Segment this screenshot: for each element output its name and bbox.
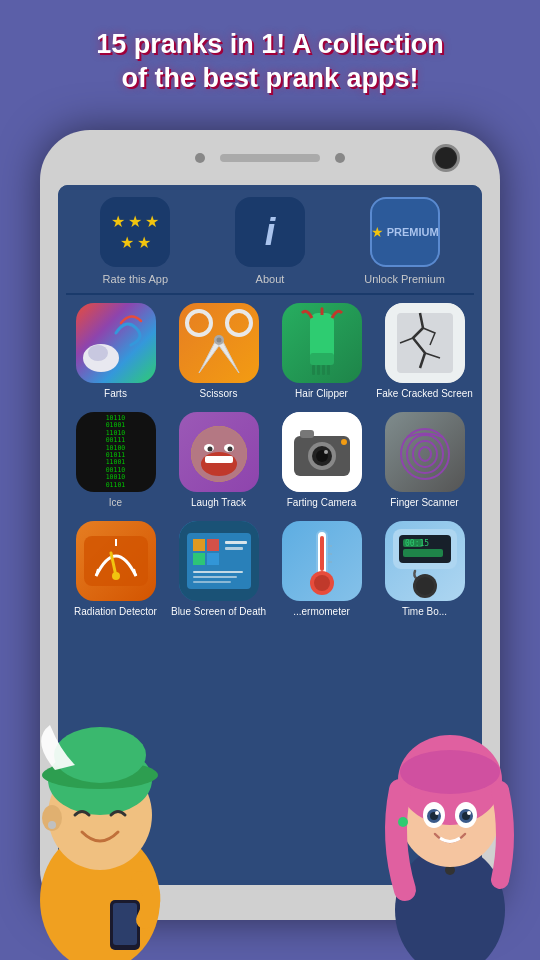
app-fake-crack[interactable]: Fake Cracked Screen xyxy=(375,299,474,404)
svg-text:00:15: 00:15 xyxy=(405,539,429,548)
svg-rect-28 xyxy=(300,430,314,438)
girl-character-svg xyxy=(360,660,540,960)
app-laugh-track[interactable]: Laugh Track xyxy=(169,408,268,513)
app-finger-scanner[interactable]: Finger Scanner xyxy=(375,408,474,513)
svg-rect-16 xyxy=(397,313,453,373)
unlock-premium-icon: ★ PREMIUM xyxy=(370,197,440,267)
fake-crack-icon xyxy=(385,303,465,383)
svg-point-97 xyxy=(398,817,408,827)
svg-rect-13 xyxy=(322,365,325,375)
scissors-icon xyxy=(179,303,259,383)
svg-point-6 xyxy=(187,311,211,335)
app-farting-camera[interactable]: Farting Camera xyxy=(272,408,371,513)
svg-point-61 xyxy=(314,575,330,591)
thermometer-label: ...ermometer xyxy=(293,606,350,618)
svg-rect-52 xyxy=(225,541,247,544)
laugh-track-label: Laugh Track xyxy=(191,497,246,509)
bsod-icon xyxy=(179,521,259,601)
fake-crack-label: Fake Cracked Screen xyxy=(376,388,473,400)
svg-rect-12 xyxy=(317,365,320,375)
svg-rect-53 xyxy=(225,547,243,550)
svg-point-32 xyxy=(324,450,328,454)
farts-label: Farts xyxy=(104,388,127,400)
svg-rect-49 xyxy=(207,539,219,551)
phone-camera xyxy=(432,144,460,172)
svg-point-88 xyxy=(400,750,500,794)
app-thermometer[interactable]: ...ermometer xyxy=(272,517,371,622)
utility-row: ★ ★ ★ ★ ★ Rate this App i About xyxy=(58,185,482,293)
app-hair-clipper[interactable]: Hair Clipper xyxy=(272,299,371,404)
svg-rect-69 xyxy=(403,549,443,557)
app-timebomb[interactable]: 00:15 Time Bo... xyxy=(375,517,474,622)
svg-rect-50 xyxy=(193,553,205,565)
app-bsod[interactable]: Blue Screen of Death xyxy=(169,517,268,622)
about-button[interactable]: i About xyxy=(225,197,315,285)
rate-app-button[interactable]: ★ ★ ★ ★ ★ Rate this App xyxy=(90,197,180,285)
unlock-premium-label: Unlock Premium xyxy=(364,273,445,285)
svg-point-5 xyxy=(216,338,221,343)
character-right xyxy=(360,660,540,960)
phone-speaker xyxy=(220,154,320,162)
hair-clipper-icon xyxy=(282,303,362,383)
farts-icon xyxy=(76,303,156,383)
matrix-label: Ice xyxy=(109,497,122,509)
svg-point-42 xyxy=(112,572,120,580)
character-left xyxy=(0,640,200,960)
finger-scanner-label: Finger Scanner xyxy=(390,497,458,509)
svg-point-25 xyxy=(227,447,232,452)
svg-rect-14 xyxy=(327,365,330,375)
app-radiation[interactable]: Radiation Detector xyxy=(66,517,165,622)
scissors-label: Scissors xyxy=(200,388,238,400)
svg-point-20 xyxy=(201,452,237,476)
svg-point-36 xyxy=(413,441,437,467)
finger-scanner-icon xyxy=(385,412,465,492)
svg-rect-55 xyxy=(193,576,237,578)
svg-point-24 xyxy=(207,447,212,452)
svg-point-33 xyxy=(341,439,347,445)
thermometer-icon xyxy=(282,521,362,601)
header-section: 15 pranks in 1! A collection of the best… xyxy=(0,0,540,96)
hair-clipper-label: Hair Clipper xyxy=(295,388,348,400)
app-scissors[interactable]: Scissors xyxy=(169,299,268,404)
app-matrix[interactable]: 1011001001110100011110100010111100100110… xyxy=(66,408,165,513)
laugh-track-icon xyxy=(179,412,259,492)
radiation-icon xyxy=(76,521,156,601)
svg-rect-0 xyxy=(76,303,156,383)
rate-app-label: Rate this App xyxy=(103,273,168,285)
unlock-premium-button[interactable]: ★ PREMIUM Unlock Premium xyxy=(360,197,450,285)
svg-point-95 xyxy=(435,811,439,815)
svg-point-96 xyxy=(467,811,471,815)
svg-rect-11 xyxy=(312,365,315,375)
svg-rect-48 xyxy=(193,539,205,551)
phone-dot-2 xyxy=(335,153,345,163)
about-label: About xyxy=(256,273,285,285)
svg-point-72 xyxy=(416,577,434,595)
svg-point-78 xyxy=(54,727,146,783)
svg-point-80 xyxy=(48,821,56,829)
phone-top-bar xyxy=(40,130,500,185)
bsod-label: Blue Screen of Death xyxy=(171,606,266,618)
timebomb-icon: 00:15 xyxy=(385,521,465,601)
svg-rect-59 xyxy=(320,536,324,571)
svg-point-7 xyxy=(227,311,251,335)
boy-character-svg xyxy=(0,640,200,960)
about-icon: i xyxy=(235,197,305,267)
app-grid: Farts xyxy=(58,295,482,626)
header-title: 15 pranks in 1! A collection of the best… xyxy=(30,28,510,96)
svg-rect-54 xyxy=(193,571,243,573)
app-farts[interactable]: Farts xyxy=(66,299,165,404)
radiation-label: Radiation Detector xyxy=(74,606,157,618)
farting-camera-label: Farting Camera xyxy=(287,497,356,509)
svg-point-35 xyxy=(419,447,431,461)
rate-app-icon: ★ ★ ★ ★ ★ xyxy=(100,197,170,267)
timebomb-label: Time Bo... xyxy=(402,606,447,618)
svg-rect-82 xyxy=(113,903,137,945)
farting-camera-icon xyxy=(282,412,362,492)
svg-rect-51 xyxy=(207,553,219,565)
svg-point-2 xyxy=(88,345,108,361)
svg-rect-56 xyxy=(193,581,231,583)
svg-rect-21 xyxy=(205,456,233,463)
matrix-icon: 1011001001110100011110100010111100100110… xyxy=(76,412,156,492)
phone-dot-1 xyxy=(195,153,205,163)
svg-rect-10 xyxy=(310,353,334,365)
